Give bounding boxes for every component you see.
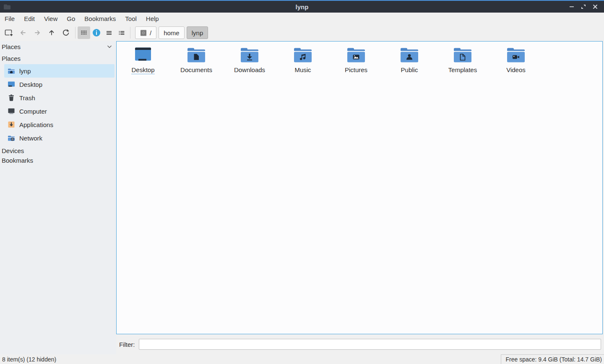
info-view-button[interactable] — [90, 26, 103, 39]
minimize-button[interactable] — [569, 4, 575, 10]
toolbar: / home lynp — [0, 24, 604, 41]
path-segment-label: / — [150, 29, 151, 36]
desktop-folder-icon — [133, 47, 153, 63]
path-segment-label: lynp — [192, 29, 203, 36]
folder-label: Downloads — [234, 66, 265, 74]
info-icon — [92, 29, 101, 37]
sidebar-item-computer[interactable]: Computer — [4, 104, 115, 118]
sidebar-item-lynp[interactable]: lynp — [4, 64, 115, 78]
forward-icon — [33, 29, 42, 37]
chevron-down-icon — [107, 45, 112, 49]
compact-view-button[interactable] — [103, 26, 115, 39]
templates-folder-icon — [453, 47, 473, 63]
toolbar-separator — [75, 27, 76, 39]
sidebar-section-bookmarks[interactable]: Bookmarks — [2, 156, 115, 165]
icon-view-button[interactable] — [78, 26, 90, 39]
list-view-icon — [117, 29, 126, 37]
list-view-button[interactable] — [115, 26, 128, 39]
filter-bar: Filter: — [116, 334, 604, 354]
sidebar-pane-selector[interactable]: Places — [0, 41, 116, 52]
status-bar: 8 item(s) (12 hidden) Free space: 9.4 Gi… — [0, 354, 604, 364]
menu-go[interactable]: Go — [62, 14, 80, 23]
menu-view[interactable]: View — [39, 14, 62, 23]
folder-view[interactable]: Desktop Documents — [116, 41, 603, 334]
sidebar-footer: Devices Bookmarks — [0, 145, 116, 166]
folder-label: Templates — [448, 66, 477, 74]
window-folder-icon — [3, 4, 11, 10]
folder-grid: Desktop Documents — [117, 44, 601, 74]
menu-file[interactable]: File — [0, 14, 19, 23]
restore-button[interactable] — [581, 4, 586, 10]
menu-edit[interactable]: Edit — [19, 14, 39, 23]
menu-bookmarks[interactable]: Bookmarks — [80, 14, 120, 23]
desktop-icon — [8, 81, 15, 88]
status-free-space: Free space: 9.4 GiB (Total: 14.7 GiB) — [501, 354, 604, 364]
pictures-folder-icon — [346, 47, 366, 63]
menu-help[interactable]: Help — [141, 14, 164, 23]
new-tab-button[interactable] — [2, 26, 16, 39]
drive-icon — [140, 29, 147, 36]
sidebar-item-network[interactable]: Network — [4, 131, 115, 145]
new-tab-icon — [4, 29, 13, 37]
sidebar-item-trash[interactable]: Trash — [4, 91, 115, 104]
up-icon — [47, 29, 56, 37]
toolbar-separator — [130, 27, 130, 39]
home-folder-icon — [8, 68, 15, 74]
titlebar[interactable]: lynp — [0, 0, 604, 13]
path-root-button[interactable]: / — [135, 26, 156, 39]
documents-folder-icon — [186, 47, 206, 63]
network-icon — [8, 135, 15, 141]
sidebar-item-label: Network — [19, 135, 42, 142]
window-controls — [569, 4, 604, 10]
grid-view-icon — [80, 29, 88, 37]
music-folder-icon — [293, 47, 313, 63]
filter-input[interactable] — [139, 339, 601, 350]
public-folder-icon — [399, 47, 419, 63]
trash-icon — [8, 94, 15, 101]
path-home-button[interactable]: home — [159, 26, 185, 39]
folder-label: Desktop — [131, 66, 154, 74]
folder-item-pictures[interactable]: Pictures — [333, 44, 380, 74]
up-button[interactable] — [44, 26, 59, 39]
sidebar-item-desktop[interactable]: Desktop — [4, 78, 115, 91]
refresh-button[interactable] — [59, 26, 73, 39]
file-manager-window: lynp File Edit View Go Bookmarks Too — [0, 0, 604, 364]
folder-item-music[interactable]: Music — [279, 44, 326, 74]
sidebar-item-label: Trash — [19, 94, 35, 101]
sidebar-pane-title: Places — [2, 43, 21, 50]
sidebar: Places Places lynp — [0, 41, 116, 354]
folder-item-templates[interactable]: Templates — [439, 44, 486, 74]
videos-folder-icon — [506, 47, 526, 63]
folder-item-desktop[interactable]: Desktop — [120, 44, 167, 74]
close-button[interactable] — [592, 4, 598, 10]
folder-label: Music — [294, 66, 311, 74]
hamburger-menu-icon — [105, 29, 113, 37]
sidebar-group-label: Places — [0, 52, 116, 64]
sidebar-item-label: Applications — [19, 121, 53, 128]
sidebar-item-label: Desktop — [19, 81, 42, 88]
folder-label: Pictures — [345, 66, 367, 74]
filter-label: Filter: — [119, 341, 135, 348]
content-column: Desktop Documents — [116, 41, 604, 354]
sidebar-item-label: lynp — [19, 68, 31, 75]
folder-item-public[interactable]: Public — [386, 44, 433, 74]
menubar: File Edit View Go Bookmarks Tool Help — [0, 13, 604, 24]
back-button[interactable] — [16, 26, 30, 39]
folder-label: Public — [401, 66, 418, 74]
computer-icon — [8, 108, 15, 114]
folder-label: Documents — [180, 66, 212, 74]
window-body: Places Places lynp — [0, 41, 604, 354]
back-icon — [19, 29, 27, 37]
sidebar-section-devices[interactable]: Devices — [2, 146, 115, 156]
path-lynp-button[interactable]: lynp — [187, 26, 208, 39]
menu-tool[interactable]: Tool — [120, 14, 141, 23]
status-item-count: 8 item(s) (12 hidden) — [0, 354, 501, 364]
folder-item-documents[interactable]: Documents — [173, 44, 220, 74]
folder-item-downloads[interactable]: Downloads — [226, 44, 273, 74]
path-segment-label: home — [164, 29, 180, 36]
refresh-icon — [62, 29, 70, 37]
sidebar-item-label: Computer — [19, 108, 47, 115]
forward-button[interactable] — [30, 26, 44, 39]
folder-item-videos[interactable]: Videos — [492, 44, 539, 74]
sidebar-item-applications[interactable]: Applications — [4, 118, 115, 131]
